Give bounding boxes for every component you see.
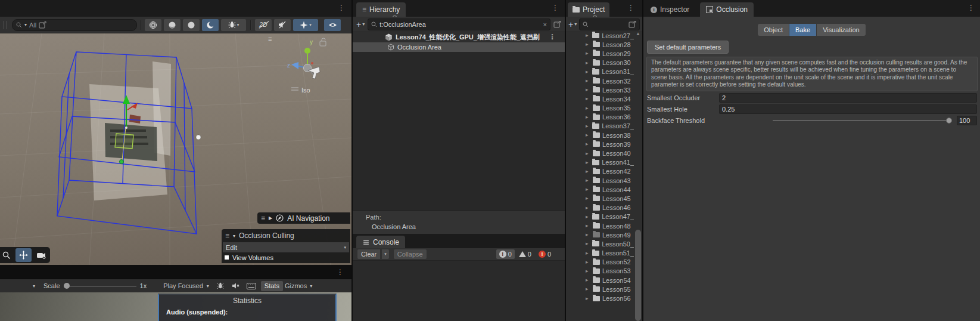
pane-menu-icon[interactable]: ⋮ <box>626 4 636 11</box>
projection-label[interactable]: Iso <box>291 87 310 94</box>
project-folder-row[interactable]: Lesson46 <box>566 203 634 212</box>
project-folder-row[interactable]: Lesson40 <box>566 149 634 158</box>
hierarchy-list[interactable] <box>353 32 565 210</box>
collapse-button[interactable]: Collapse <box>394 249 427 259</box>
project-folder-row[interactable]: Lesson31_ <box>566 67 634 76</box>
project-folder-row[interactable]: Lesson51_ <box>566 249 634 258</box>
disclosure-icon[interactable] <box>586 232 592 237</box>
clear-dropdown-icon[interactable]: ▾ <box>382 249 389 259</box>
error-count-badge[interactable]: ! 0 <box>536 249 554 259</box>
disclosure-icon[interactable] <box>586 223 592 229</box>
scene-effects-dropdown[interactable]: ▾ <box>293 19 318 31</box>
disclosure-icon[interactable] <box>586 169 592 174</box>
project-folder-row[interactable]: Lesson35 <box>566 104 634 113</box>
drag-handle-icon[interactable]: ≡ <box>261 215 265 222</box>
clear-search-icon[interactable]: × <box>543 21 547 28</box>
scene-search-value[interactable]: All <box>29 21 36 29</box>
disclosure-icon[interactable] <box>586 51 592 56</box>
game-menu-icon[interactable]: ⋮ <box>335 268 346 276</box>
tab-project[interactable]: Project <box>568 2 609 17</box>
path-value[interactable]: Occlusion Area <box>372 223 565 230</box>
project-folder-row[interactable]: Lesson49 <box>566 230 634 239</box>
disclosure-icon[interactable] <box>586 60 592 66</box>
project-folder-row[interactable]: Lesson43 <box>566 176 634 185</box>
search-preset-icon[interactable] <box>39 21 46 29</box>
pane-menu-icon[interactable]: ⋮ <box>966 4 976 11</box>
scale-slider[interactable] <box>64 282 136 289</box>
disclosure-icon[interactable] <box>586 151 592 156</box>
tab-object[interactable]: Object <box>758 24 789 36</box>
drag-handle-icon[interactable]: ≡ <box>225 232 229 239</box>
project-folder-row[interactable]: Lesson52 <box>566 258 634 267</box>
disclosure-icon[interactable] <box>586 96 592 101</box>
project-search-field[interactable] <box>579 18 640 30</box>
project-folder-row[interactable]: Lesson27_ <box>566 31 634 40</box>
smallest-occluder-input[interactable]: 2 <box>719 93 977 103</box>
disclosure-icon[interactable] <box>586 205 592 211</box>
project-folder-row[interactable]: Lesson30 <box>566 58 634 67</box>
project-folder-row[interactable]: Lesson38 <box>566 131 634 140</box>
toolbar-drag-handle[interactable] <box>4 21 7 29</box>
tab-visualization[interactable]: Visualization <box>817 24 866 36</box>
disclosure-icon[interactable] <box>586 124 591 129</box>
disclosure-icon[interactable] <box>586 241 591 246</box>
scene-lighting-toggle[interactable] <box>202 19 219 31</box>
occlusion-area-row[interactable]: Occlusion Area <box>353 42 565 52</box>
play-focused-dropdown[interactable]: Play Focused <box>163 282 203 289</box>
disclosure-icon[interactable] <box>586 87 592 92</box>
scene-viewport[interactable]: ≡ y z <box>0 33 351 265</box>
project-folder-row[interactable]: Lesson55 <box>566 285 634 294</box>
zoom-tool-button[interactable] <box>0 248 14 262</box>
disclosure-icon[interactable] <box>586 106 592 111</box>
project-folder-row[interactable]: Lesson42 <box>566 167 634 176</box>
slider-knob[interactable] <box>946 118 952 124</box>
disclosure-icon[interactable] <box>586 214 591 220</box>
gizmos-dropdown[interactable]: Gizmos <box>285 282 307 289</box>
shading-unlit-button[interactable] <box>183 19 200 31</box>
scene-header-row[interactable]: Lesson74_性能优化_GPU_增强渲染性能_遮挡剔 ⋮ <box>353 32 565 42</box>
create-asset-button[interactable]: +▾ <box>568 20 577 29</box>
disclosure-icon[interactable] <box>586 78 592 84</box>
scene-menu-icon[interactable]: ⋮ <box>547 33 558 41</box>
project-folder-row[interactable]: Lesson36 <box>566 113 634 122</box>
tab-hierarchy[interactable]: ≡ Hierarchy <box>356 2 406 17</box>
log-count-badge[interactable]: ! 0 <box>496 249 515 259</box>
clear-button[interactable]: Clear <box>357 249 380 259</box>
pan-tool-button[interactable] <box>15 248 32 262</box>
project-folder-row[interactable]: Lesson39 <box>566 140 634 149</box>
project-folder-row[interactable]: Lesson41_ <box>566 158 634 167</box>
disclosure-icon[interactable] <box>586 277 592 283</box>
console-log-area[interactable] <box>353 261 565 321</box>
overlay-handle-icon[interactable]: ≡ <box>268 35 272 42</box>
tab-bake[interactable]: Bake <box>789 24 816 36</box>
backface-threshold-input[interactable]: 100 <box>957 116 977 125</box>
disclosure-icon[interactable] <box>586 160 591 165</box>
scrollbar-thumb[interactable] <box>635 230 641 321</box>
tab-occlusion[interactable]: Occlusion <box>700 2 754 17</box>
scene-audio-toggle[interactable] <box>274 19 291 31</box>
ai-navigation-overlay[interactable]: ≡ ▶ AI Navigation <box>257 212 350 224</box>
project-folder-row[interactable]: Lesson47_ <box>566 212 634 221</box>
disclosure-icon[interactable] <box>586 196 592 201</box>
disclosure-icon[interactable] <box>586 141 592 147</box>
view-volumes-checkbox[interactable]: View Volumes <box>222 252 350 263</box>
disclosure-icon[interactable] <box>586 260 592 265</box>
warning-count-badge[interactable]: 0 <box>516 249 534 259</box>
tab-console[interactable]: Console <box>356 236 405 248</box>
disclosure-icon[interactable] <box>586 69 591 75</box>
project-folder-row[interactable]: Lesson37_ <box>566 122 634 131</box>
project-scrollbar[interactable]: ▲ <box>634 31 642 321</box>
disclosure-icon[interactable] <box>586 268 592 274</box>
shading-wireframe-button[interactable] <box>145 19 161 31</box>
dropdown-icon[interactable]: ▾ <box>310 283 312 289</box>
tab-inspector[interactable]: i Inspector <box>645 2 695 17</box>
disclosure-icon[interactable] <box>586 33 591 38</box>
mute-audio-button[interactable] <box>229 281 242 291</box>
project-folder-row[interactable]: Lesson50_ <box>566 239 634 248</box>
hierarchy-search-value[interactable]: t:OcclusionArea <box>379 21 540 28</box>
project-folder-row[interactable]: Lesson53 <box>566 267 634 276</box>
slider-knob[interactable] <box>64 283 70 289</box>
project-folder-row[interactable]: Lesson32 <box>566 76 634 85</box>
project-folder-row[interactable]: Lesson45 <box>566 194 634 203</box>
backface-threshold-slider[interactable] <box>773 116 952 125</box>
